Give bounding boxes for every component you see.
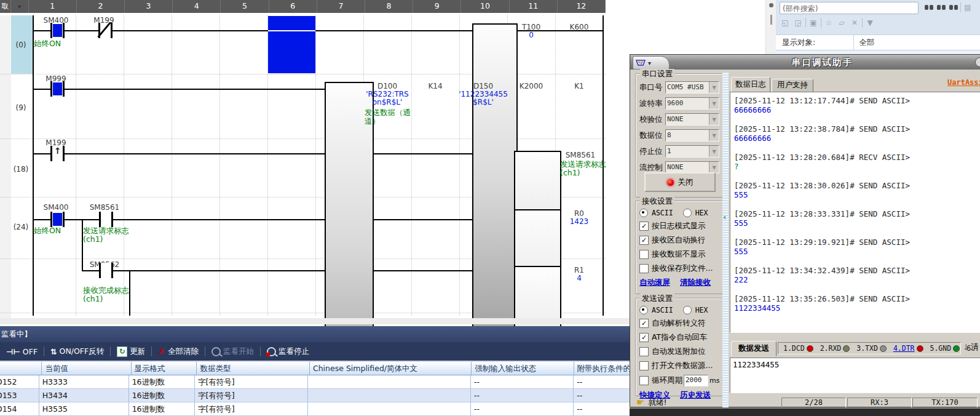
ascii-radio[interactable] <box>639 306 648 314</box>
window-control-icon[interactable] <box>975 57 980 67</box>
check-row[interactable]: 自动发送附加位 <box>639 346 724 357</box>
star-icon[interactable]: ☆ <box>823 17 834 28</box>
magnifier-icon <box>211 347 221 356</box>
new-folder-icon[interactable]: ▱ <box>836 17 847 28</box>
scrollbar-thumb[interactable] <box>770 15 772 25</box>
off-button[interactable]: OFF <box>1 345 42 358</box>
watch-toolbar: OFF ON/OFF反转 更新 全部清除 监看开始 监看停止 <box>0 342 630 361</box>
checkbox-icon[interactable] <box>639 361 649 370</box>
cycle-input[interactable]: 2000 <box>684 375 708 386</box>
window-menu[interactable] <box>633 56 670 70</box>
cycle-row[interactable]: 循环周期 2000 ms <box>639 375 724 386</box>
check-row[interactable]: AT指令自动回车 <box>639 332 724 343</box>
tab-data-log[interactable]: 数据日志 <box>731 77 770 92</box>
table-row[interactable]: D152 H3333 16进制数 字[有符号] -- -- <box>0 375 630 389</box>
contact-M199-nc[interactable] <box>98 23 113 38</box>
contact-SM8562[interactable] <box>99 263 113 278</box>
energized-fill <box>53 213 62 226</box>
brand-link[interactable]: UartAssi <box>947 78 980 87</box>
checkbox-icon[interactable] <box>639 376 649 385</box>
ladder-cursor-cell[interactable] <box>268 16 315 73</box>
search-input[interactable]: (部件搜索) <box>780 2 919 14</box>
col-display-format[interactable]: 显示格式 <box>132 362 197 375</box>
select-mode-icon[interactable]: ◱ <box>780 17 791 28</box>
checkbox-checked-icon[interactable] <box>639 236 649 245</box>
check-row[interactable]: 按日志模式显示 <box>639 221 724 231</box>
clear-send-button[interactable]: 清 <box>963 342 979 353</box>
delete-icon[interactable]: ✕ <box>849 17 860 28</box>
parity-select[interactable]: NONE <box>665 113 719 126</box>
contact-SM400[interactable] <box>50 23 65 38</box>
col-comment[interactable]: Chinese Simplified/简体中文 <box>310 362 472 375</box>
ladder-corner-label: 取 <box>0 0 11 13</box>
panel-splitter[interactable] <box>722 72 729 408</box>
tab-data-send[interactable]: 数据发送 <box>731 341 776 356</box>
serial-status-row: 就绪! <box>636 397 666 408</box>
copy-part-icon[interactable]: ▣ <box>808 17 819 28</box>
watch-start-button[interactable]: 监看开始 <box>207 345 259 358</box>
log-area[interactable]: [2025-11-12 13:12:17.744]# SEND ASCII>66… <box>730 92 980 333</box>
contact-label: SM400 <box>36 204 76 212</box>
deselect-icon[interactable]: ◲ <box>792 17 804 28</box>
register-parts-icon[interactable]: ▤ <box>962 2 973 13</box>
contact-SM8561[interactable] <box>99 212 113 227</box>
check-row[interactable]: 打开文件数据源... <box>639 361 724 371</box>
operand-label: K600 <box>555 23 603 31</box>
contact-M999[interactable] <box>50 81 65 97</box>
flowctrl-select[interactable]: NONE <box>665 161 719 174</box>
auto-scroll-link[interactable]: 自动滚屏 <box>639 278 670 288</box>
check-row[interactable]: 自动解析转义符 <box>639 318 724 329</box>
send-format-row: ASCII HEX <box>639 306 724 314</box>
update-button[interactable]: 更新 <box>112 345 150 358</box>
serial-title-bar[interactable]: 串口调试助手 <box>630 55 980 70</box>
display-target-value[interactable]: 全部 <box>859 38 874 48</box>
check-row[interactable]: 接收保存到文件... <box>639 263 724 274</box>
checkbox-checked-icon[interactable] <box>639 319 649 328</box>
stopbits-select[interactable]: 1 <box>665 145 719 158</box>
col-exec-condition[interactable]: 附带执行条件的软 <box>574 362 630 375</box>
find-next-icon[interactable] <box>936 3 947 12</box>
find-icon[interactable] <box>948 3 959 12</box>
hex-radio[interactable] <box>683 209 692 217</box>
tab-user-support[interactable]: 用户支持 <box>772 79 813 92</box>
checkbox-icon[interactable] <box>639 347 649 356</box>
find-previous-icon[interactable] <box>923 3 935 12</box>
wire <box>268 30 315 31</box>
col-data-type[interactable]: 数据类型 <box>197 362 310 375</box>
checkbox-checked-icon[interactable] <box>639 333 649 342</box>
contact-SM400[interactable] <box>50 212 65 227</box>
pin-dtr[interactable]: 4.DTR <box>893 344 923 353</box>
close-port-button[interactable]: 关闭 <box>644 172 716 192</box>
send-input-area[interactable]: 1122334455 <box>730 358 980 393</box>
baud-select[interactable]: 9600 <box>665 97 719 110</box>
filter-icon[interactable]: ▼ <box>864 17 875 28</box>
scrollbar-button[interactable] <box>769 3 773 7</box>
table-row[interactable]: D153 H3434 16进制数 字[有符号] -- -- <box>0 389 630 402</box>
send-settings-group: 发送设置 ASCII HEX 自动解析转义符 AT指令自动回车 自动发送附加位 … <box>635 298 725 396</box>
hex-radio[interactable] <box>683 306 692 314</box>
ladder-col-3: 3 <box>125 0 173 13</box>
table-row[interactable]: D154 H3535 16进制数 字[有符号] -- -- <box>0 402 630 416</box>
contact-M199-rising-edge[interactable] <box>50 146 65 161</box>
databits-select[interactable]: 8 <box>665 129 719 142</box>
watch-stop-button[interactable]: 监看停止 <box>262 345 314 358</box>
checkbox-icon[interactable] <box>639 250 649 259</box>
collapse-left-icon[interactable] <box>723 212 726 222</box>
check-row[interactable]: 接收数据不显示 <box>639 249 724 260</box>
clear-all-button[interactable]: 全部清除 <box>153 345 204 358</box>
col-force-state[interactable]: 强制输入输出状态 <box>472 362 574 375</box>
port-select[interactable]: COM5 #USB <box>665 81 719 94</box>
history-send-link[interactable]: 历史发送 <box>680 390 711 401</box>
field-label: 串口号 <box>639 82 665 93</box>
vertical-scrollbar[interactable] <box>765 0 776 54</box>
cell-value: H3535 <box>39 402 129 416</box>
on-off-toggle-button[interactable]: ON/OFF反转 <box>45 345 109 358</box>
ladder-header-dropdown[interactable] <box>11 0 29 13</box>
col-current-value[interactable]: 当前值 <box>42 362 131 375</box>
checkbox-checked-icon[interactable] <box>639 222 649 231</box>
check-row[interactable]: 接收区自动换行 <box>639 235 724 246</box>
col-device[interactable] <box>0 362 42 375</box>
checkbox-icon[interactable] <box>639 264 649 273</box>
clear-receive-link[interactable]: 清除接收 <box>680 278 711 288</box>
ascii-radio[interactable] <box>639 209 648 217</box>
